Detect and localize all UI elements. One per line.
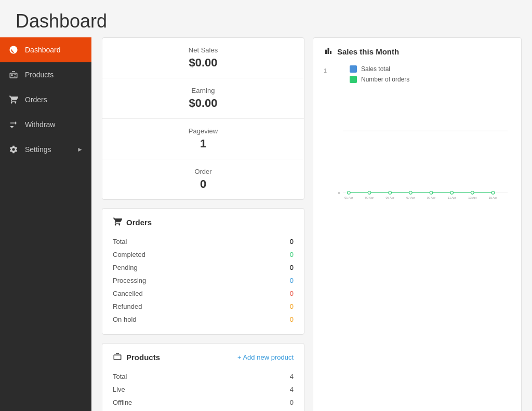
products-title: Products: [126, 353, 160, 362]
sidebar-item-dashboard[interactable]: Dashboard: [0, 37, 91, 62]
stats-card: Net Sales $0.00 Earning $0.00 Pageview 1…: [102, 37, 304, 200]
legend-color-number-orders: [350, 76, 357, 83]
main-content: Net Sales $0.00 Earning $0.00 Pageview 1…: [91, 37, 532, 411]
order-value: 0: [113, 177, 294, 191]
chart-card: Sales this Month 1 Sales total Numbe: [313, 37, 522, 411]
order-value-refunded: 0: [290, 303, 294, 310]
legend-label-number-orders: Number of orders: [361, 76, 409, 83]
order-row-refunded: Refunded 0: [113, 300, 294, 313]
sidebar-item-label-products: Products: [25, 71, 54, 79]
withdraw-icon: [8, 119, 19, 130]
order-label-processing: Processing: [113, 277, 146, 284]
order-row-onhold: On hold 0: [113, 313, 294, 326]
svg-text:0: 0: [338, 191, 340, 195]
svg-text:03 Apr: 03 Apr: [365, 196, 374, 199]
svg-rect-2: [15, 74, 16, 75]
svg-rect-3: [15, 76, 16, 77]
sidebar-item-withdraw[interactable]: Withdraw: [0, 112, 91, 137]
legend-label-sales-total: Sales total: [361, 65, 390, 73]
product-value-total: 4: [290, 373, 294, 380]
orders-icon: [8, 94, 19, 105]
order-label-cancelled: Cancelled: [113, 290, 143, 297]
products-header-left: Products: [113, 352, 160, 363]
earning-label: Earning: [113, 87, 294, 94]
legend-item-number-orders: Number of orders: [350, 76, 511, 83]
product-row-offline: Offline 0: [113, 396, 294, 409]
svg-text:11 Apr: 11 Apr: [447, 196, 456, 199]
sidebar-item-orders[interactable]: Orders: [0, 87, 91, 112]
products-section-header: Products + Add new product: [113, 352, 294, 363]
products-section: Products + Add new product Total 4 Live …: [102, 343, 304, 411]
order-row-completed: Completed 0: [113, 248, 294, 261]
product-row-live: Live 4: [113, 383, 294, 396]
net-sales-value: $0.00: [113, 56, 294, 70]
left-column: Net Sales $0.00 Earning $0.00 Pageview 1…: [102, 37, 304, 411]
product-value-offline: 0: [290, 399, 294, 406]
chart-legend: Sales total Number of orders: [350, 65, 511, 83]
order-value-total: 0: [290, 238, 294, 245]
svg-text:15 Apr: 15 Apr: [489, 196, 497, 199]
order-label-pending: Pending: [113, 264, 138, 271]
orders-cart-icon: [113, 217, 122, 228]
right-column: Sales this Month 1 Sales total Numbe: [313, 37, 522, 411]
svg-text:13 Apt: 13 Apt: [468, 196, 476, 199]
order-value-onhold: 0: [290, 316, 294, 323]
products-box-icon: [113, 352, 122, 363]
svg-text:05 Apr: 05 Apr: [385, 196, 394, 199]
product-label-offline: Offline: [113, 399, 132, 406]
earning-value: $0.00: [113, 97, 294, 110]
order-value-cancelled: 0: [290, 290, 294, 297]
pageview-stat: Pageview 1: [102, 119, 304, 159]
add-product-link[interactable]: + Add new product: [237, 353, 294, 361]
sidebar-item-settings[interactable]: Settings ►: [0, 137, 91, 162]
order-value-processing: 0: [290, 277, 294, 284]
chart-title: Sales this Month: [337, 47, 399, 56]
pageview-label: Pageview: [113, 127, 294, 135]
order-label-onhold: On hold: [113, 316, 137, 323]
order-label: Order: [113, 168, 294, 175]
svg-point-12: [450, 191, 454, 195]
svg-point-11: [430, 191, 433, 195]
pageview-value: 1: [113, 137, 294, 150]
svg-point-7: [348, 191, 351, 195]
svg-text:01 Apr: 01 Apr: [344, 196, 353, 199]
settings-icon: [8, 144, 19, 155]
order-label-total: Total: [113, 238, 127, 245]
orders-title: Orders: [126, 218, 152, 227]
product-row-pending-review: Pending Review 0: [113, 409, 294, 411]
earning-stat: Earning $0.00: [102, 78, 304, 119]
svg-text:07 Apr: 07 Apr: [406, 196, 415, 199]
order-row-processing: Processing 0: [113, 274, 294, 287]
order-row-total: Total 0: [113, 235, 294, 248]
svg-text:09 Apr: 09 Apr: [427, 196, 435, 199]
dashboard-icon: [8, 45, 19, 55]
svg-point-9: [389, 191, 392, 195]
legend-color-sales-total: [350, 65, 357, 73]
sidebar: Dashboard Products Orders: [0, 37, 91, 411]
chart-svg: 0 01: [334, 97, 511, 242]
order-value-completed: 0: [290, 251, 294, 258]
product-label-live: Live: [113, 386, 125, 393]
svg-point-10: [409, 191, 413, 195]
sidebar-item-label-settings: Settings: [25, 145, 51, 154]
net-sales-label: Net Sales: [113, 46, 294, 54]
product-label-total: Total: [113, 373, 127, 380]
product-row-total: Total 4: [113, 370, 294, 383]
sidebar-item-label-orders: Orders: [25, 95, 47, 104]
legend-item-sales-total: Sales total: [350, 65, 511, 73]
order-row-cancelled: Cancelled 0: [113, 287, 294, 300]
order-label-completed: Completed: [113, 251, 145, 258]
svg-point-14: [491, 191, 495, 195]
svg-point-13: [471, 191, 474, 195]
order-stat: Order 0: [102, 159, 304, 199]
chevron-right-icon: ►: [77, 146, 83, 153]
chart-y-axis-label: 1: [324, 65, 329, 74]
order-row-pending: Pending 0: [113, 261, 294, 274]
products-icon: [8, 70, 19, 80]
sidebar-item-label-withdraw: Withdraw: [25, 120, 55, 129]
sidebar-item-products[interactable]: Products: [0, 62, 91, 87]
order-label-refunded: Refunded: [113, 303, 142, 310]
order-value-pending: 0: [290, 264, 294, 271]
sidebar-item-label-dashboard: Dashboard: [25, 46, 61, 54]
svg-point-8: [368, 191, 371, 195]
